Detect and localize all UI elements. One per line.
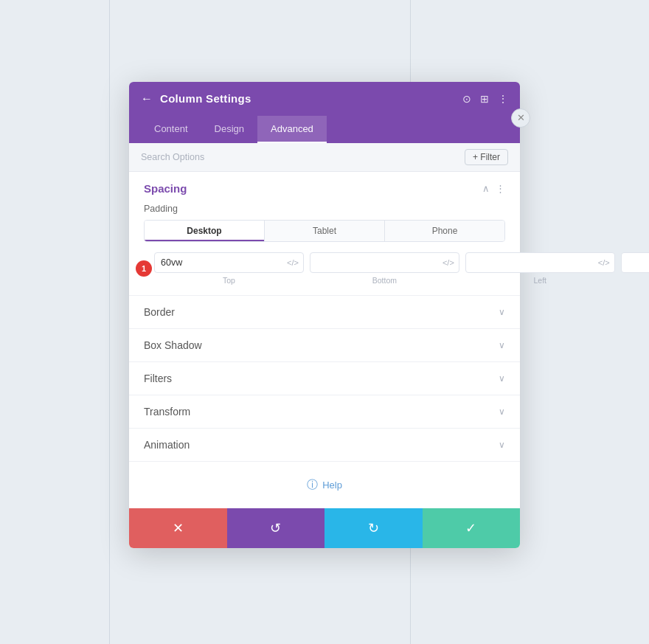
- bottom-code-icon[interactable]: </>: [438, 258, 459, 267]
- help-section: ⓘ Help: [129, 462, 520, 508]
- panel-title: Column Settings: [160, 92, 251, 105]
- left-input-group: </> Left: [465, 252, 615, 285]
- close-outside-button[interactable]: ✕: [511, 108, 530, 128]
- border-section[interactable]: Border ∨: [129, 296, 520, 329]
- bottom-input-group: </> Bottom: [310, 252, 459, 285]
- bottom-input-wrapper: </>: [310, 252, 459, 273]
- more-icon[interactable]: ⋮: [498, 93, 508, 105]
- right-input[interactable]: [622, 253, 649, 272]
- box-shadow-title: Box Shadow: [144, 339, 202, 351]
- header-left: ← Column Settings: [141, 92, 251, 105]
- layout-icon[interactable]: ⊞: [480, 93, 489, 105]
- transform-chevron-icon: ∨: [499, 406, 505, 417]
- filters-section[interactable]: Filters ∨: [129, 362, 520, 395]
- top-input-wrapper: </>: [154, 252, 304, 273]
- badge-number: 1: [136, 260, 152, 277]
- device-tab-phone[interactable]: Phone: [385, 221, 504, 241]
- collapse-icon[interactable]: ∧: [482, 183, 490, 194]
- padding-label: Padding: [144, 204, 505, 214]
- top-code-icon[interactable]: </>: [282, 258, 303, 267]
- panel-header: ← Column Settings ⊙ ⊞ ⋮: [129, 82, 520, 116]
- search-placeholder: Search Options: [141, 152, 204, 162]
- help-icon[interactable]: ⓘ: [307, 478, 318, 492]
- left-label: Left: [534, 276, 547, 285]
- undo-button[interactable]: ↺: [227, 508, 325, 548]
- header-right: ⊙ ⊞ ⋮: [462, 93, 508, 105]
- right-input-wrapper: </>: [621, 252, 649, 273]
- search-bar: Search Options + Filter: [129, 143, 520, 172]
- section-more-icon[interactable]: ⋮: [496, 183, 505, 194]
- spacing-title: Spacing: [144, 182, 187, 195]
- tab-content[interactable]: Content: [141, 116, 201, 143]
- bottom-input[interactable]: [310, 253, 438, 272]
- top-input-group: </> Top: [154, 252, 304, 285]
- redo-button[interactable]: ↻: [324, 508, 423, 548]
- box-shadow-section[interactable]: Box Shadow ∨: [129, 329, 520, 362]
- spacing-section-header: Spacing ∧ ⋮: [144, 182, 505, 195]
- panel-footer: ✕ ↺ ↻ ✓: [129, 508, 520, 548]
- device-tabs: Desktop Tablet Phone: [144, 220, 505, 242]
- section-header-icons: ∧ ⋮: [482, 183, 505, 194]
- animation-chevron-icon: ∨: [499, 440, 505, 450]
- border-chevron-icon: ∨: [499, 307, 505, 317]
- transform-section[interactable]: Transform ∨: [129, 395, 520, 429]
- filters-chevron-icon: ∨: [499, 373, 505, 384]
- filters-title: Filters: [144, 373, 172, 384]
- padding-inputs-row: 1 </> Top </> Bottom: [144, 252, 505, 285]
- cancel-button[interactable]: ✕: [129, 508, 227, 548]
- back-icon[interactable]: ←: [141, 92, 153, 105]
- top-label: Top: [223, 276, 235, 285]
- left-code-icon[interactable]: </>: [594, 258, 614, 267]
- panel-tabs: Content Design Advanced: [129, 116, 520, 143]
- top-input[interactable]: [155, 253, 282, 272]
- spacing-section: Spacing ∧ ⋮ Padding Desktop Tablet Phone…: [129, 172, 520, 296]
- bottom-label: Bottom: [372, 276, 397, 285]
- preview-icon[interactable]: ⊙: [462, 93, 471, 105]
- right-input-group: </> Right: [621, 252, 649, 285]
- tab-design[interactable]: Design: [201, 116, 257, 143]
- device-tab-desktop[interactable]: Desktop: [145, 221, 265, 241]
- help-text[interactable]: Help: [322, 479, 342, 491]
- border-title: Border: [144, 306, 175, 318]
- tab-advanced[interactable]: Advanced: [257, 116, 327, 143]
- animation-section[interactable]: Animation ∨: [129, 429, 520, 462]
- left-input-wrapper: </>: [465, 252, 615, 273]
- panel-body: Spacing ∧ ⋮ Padding Desktop Tablet Phone…: [129, 172, 520, 508]
- column-settings-panel: ✕ ← Column Settings ⊙ ⊞ ⋮ Content Design…: [129, 82, 520, 548]
- left-input[interactable]: [466, 253, 594, 272]
- transform-title: Transform: [144, 406, 190, 418]
- filter-button[interactable]: + Filter: [465, 149, 508, 165]
- animation-title: Animation: [144, 439, 190, 451]
- save-button[interactable]: ✓: [423, 508, 521, 548]
- box-shadow-chevron-icon: ∨: [499, 340, 505, 350]
- device-tab-tablet[interactable]: Tablet: [265, 221, 385, 241]
